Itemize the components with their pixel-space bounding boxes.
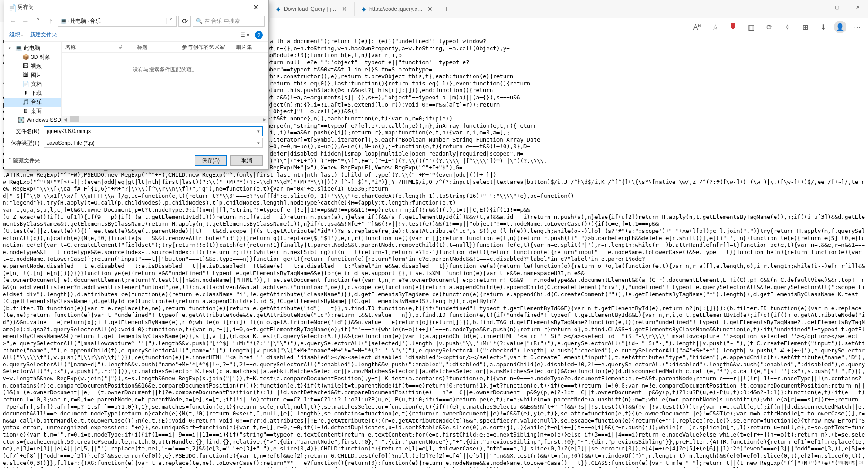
extensions-icon[interactable]: ⊞ — [798, 20, 812, 34]
tree-label: 视频 — [31, 62, 42, 70]
ublock-icon[interactable]: ⛊ — [726, 20, 740, 34]
tree-item-下载[interactable]: ⬇下载 — [4, 89, 61, 98]
maximize-button[interactable]: ▢ — [827, 0, 847, 14]
favicon-jquery-icon: ◆ — [360, 6, 367, 12]
downloads-icon[interactable]: ⬇ — [816, 20, 830, 34]
horizontal-scrollbar[interactable]: ◂ ▸ — [62, 116, 268, 123]
dialog-fields: 文件名(N): jquery-3.6.0.min.js ▾ 保存类型(T): J… — [4, 123, 268, 152]
folder-icon: 🖥 — [22, 108, 29, 114]
save-button[interactable]: 保存(S) — [195, 155, 227, 166]
filetype-label: 保存类型(T): — [9, 139, 41, 147]
tree-item-此电脑[interactable]: ▾💻此电脑 — [4, 44, 61, 53]
watermark-text: uppingFor — [839, 459, 864, 465]
view-options-icon[interactable]: ☰ ▾ — [240, 32, 249, 38]
tree-item-3D 对象[interactable]: 📦3D 对象 — [4, 53, 61, 62]
read-aloud-icon[interactable]: Aᴺ — [690, 20, 704, 34]
folder-icon: 🎵 — [22, 99, 29, 105]
tree-item-图片[interactable]: 🖼图片 — [4, 71, 61, 80]
tree-label: 音乐 — [31, 98, 42, 106]
hide-folders-toggle[interactable]: ˆ 隐藏文件夹 — [9, 157, 40, 165]
window-close-button[interactable]: ✕ — [847, 0, 868, 14]
filename-value: jquery-3.6.0.min.js — [47, 128, 91, 134]
window-controls: — ▢ ✕ — [806, 0, 868, 14]
folder-icon: 🖼 — [22, 72, 29, 78]
search-input[interactable]: 🔍 在 音乐 中搜索 — [193, 16, 265, 27]
more-icon[interactable]: ⋯ — [850, 20, 864, 34]
chevron-right-icon: › — [68, 19, 69, 24]
minimize-button[interactable]: — — [806, 0, 827, 14]
filename-label: 文件名(N): — [9, 128, 41, 135]
column-header[interactable]: 唱片集 — [232, 42, 268, 52]
refresh-button[interactable]: ⟳ — [178, 16, 191, 27]
tree-item-音乐[interactable]: 🎵音乐 — [4, 98, 61, 107]
profile-avatar[interactable]: 👤 — [834, 21, 846, 33]
column-header[interactable]: 标题 — [133, 42, 178, 52]
chevron-down-icon[interactable]: ▾ — [257, 129, 260, 134]
breadcrumb[interactable]: 💻 › 此电脑 › 音乐 ˅ — [58, 16, 177, 27]
browser-tab-1[interactable]: ◆ https://code.jquery.com/jquery- ✕ — [355, 2, 440, 16]
favorites-bar-icon[interactable]: ✧ — [780, 20, 794, 34]
empty-message: 没有与搜索条件匹配的项。 — [62, 66, 268, 74]
tree-item-视频[interactable]: 🎞视频 — [4, 62, 61, 71]
sync-icon[interactable]: ⟳ — [762, 20, 776, 34]
folder-icon: 📄 — [22, 81, 29, 87]
tab-title: Download jQuery | jQuery — [284, 6, 337, 12]
pc-icon: 💻 — [60, 18, 67, 24]
organize-menu[interactable]: 组织 — [9, 31, 23, 39]
tree-label: 桌面 — [31, 107, 42, 115]
dialog-titlebar: 📄 另存为 ✕ — [4, 0, 268, 14]
new-folder-button[interactable]: 新建文件夹 — [30, 31, 57, 39]
browser-tab-0[interactable]: ◆ Download jQuery | jQuery ✕ — [270, 2, 355, 16]
nav-up-icon[interactable]: ↑ — [45, 16, 56, 27]
favicon-jquery-icon: ◆ — [275, 6, 281, 12]
column-header[interactable]: # — [115, 42, 133, 52]
tree-item-Windows-SSD[interactable]: 💽Windows-SSD — [4, 116, 61, 123]
folder-icon: ⬇ — [22, 90, 29, 96]
nav-recent-icon[interactable]: ˅ — [33, 16, 44, 27]
tree-label: 此电脑 — [24, 45, 40, 52]
filetype-value: JavaScript File (*.js) — [47, 140, 95, 146]
nav-back-icon[interactable]: ← — [8, 16, 18, 27]
scroll-thumb[interactable] — [70, 116, 79, 122]
collections-icon[interactable]: ▥ — [744, 20, 758, 34]
tree-label: 文档 — [31, 80, 42, 88]
chevron-icon: ▾ — [9, 46, 13, 50]
new-tab-button[interactable]: + — [440, 5, 453, 13]
breadcrumb-segment[interactable]: 此电脑 — [70, 18, 86, 25]
scroll-left-icon[interactable]: ◂ — [62, 115, 69, 124]
tree-label: 图片 — [31, 71, 42, 79]
browser-toolbar: Aᴺ ☆ ⛊ ▥ ⟳ ✧ ⊞ ⬇ 👤 ⋯ — [270, 18, 868, 36]
save-as-dialog: 📄 另存为 ✕ ← → ˅ ↑ 💻 › 此电脑 › 音乐 ˅ ⟳ 🔍 在 音乐 … — [4, 0, 269, 170]
help-button[interactable]: ? — [255, 31, 263, 39]
save-icon: 📄 — [8, 4, 15, 11]
nav-forward-icon[interactable]: → — [20, 16, 31, 27]
tree-label: 3D 对象 — [31, 53, 50, 61]
folder-icon: 💻 — [15, 45, 22, 51]
folder-icon: 📦 — [22, 54, 29, 60]
breadcrumb-segment[interactable]: 音乐 — [90, 18, 101, 25]
search-placeholder: 在 音乐 中搜索 — [204, 18, 240, 25]
tab-title: https://code.jquery.com/jquery- — [369, 6, 423, 12]
search-icon: 🔍 — [196, 18, 203, 24]
favorites-icon[interactable]: ☆ — [708, 20, 722, 34]
tree-label: Windows-SSD — [27, 117, 61, 123]
dialog-title: 另存为 — [18, 4, 247, 11]
chevron-down-icon[interactable]: ▾ — [257, 141, 260, 145]
column-header[interactable]: 名称 — [62, 42, 115, 52]
tree-item-文档[interactable]: 📄文档 — [4, 80, 61, 89]
tree-item-桌面[interactable]: 🖥桌面 — [4, 107, 61, 116]
dialog-nav-row: ← → ˅ ↑ 💻 › 此电脑 › 音乐 ˅ ⟳ 🔍 在 音乐 中搜索 — [4, 14, 268, 28]
dialog-close-button[interactable]: ✕ — [247, 3, 265, 12]
dialog-toolbar: 组织 新建文件夹 ☰ ▾ ? — [4, 28, 268, 42]
file-list-pane: 名称#标题参与创作的艺术家唱片集 没有与搜索条件匹配的项。 ◂ ▸ — [62, 42, 268, 123]
column-header[interactable]: 参与创作的艺术家 — [178, 42, 232, 52]
scroll-right-icon[interactable]: ▸ — [261, 115, 268, 124]
filename-input[interactable]: jquery-3.6.0.min.js ▾ — [44, 126, 263, 136]
close-icon[interactable]: ✕ — [425, 5, 434, 13]
filetype-select[interactable]: JavaScript File (*.js) ▾ — [44, 138, 263, 148]
chevron-up-icon: ˆ — [9, 157, 11, 164]
close-icon[interactable]: ✕ — [340, 5, 349, 13]
chevron-down-icon[interactable]: ˅ — [166, 18, 174, 24]
cancel-button[interactable]: 取消 — [230, 155, 263, 166]
folder-icon: 💽 — [18, 117, 25, 123]
